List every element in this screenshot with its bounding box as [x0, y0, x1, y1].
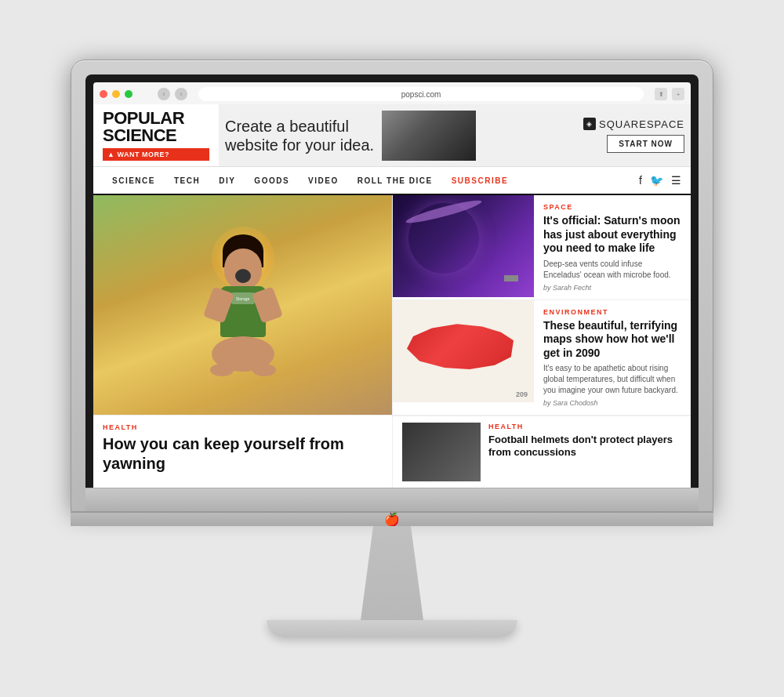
hero-section: Storage: [93, 195, 392, 488]
ad-text: Create a beautifulwebsite for your idea.: [225, 117, 374, 154]
nav-subscribe[interactable]: SUBSCRIBE: [442, 167, 517, 194]
nav-science[interactable]: SCIENCE: [103, 167, 165, 194]
monitor-bottom-bezel: [85, 488, 699, 511]
space-desc: Deep-sea vents could infuse Enceladus' o…: [543, 259, 681, 281]
ad-right: ◈ SQUARESPACE START NOW: [583, 118, 684, 153]
health-bottom-right: HEALTH Football helmets don't protect pl…: [393, 416, 691, 488]
hero-image: Storage: [93, 195, 392, 415]
nav-roll-the-dice[interactable]: ROLL THE DICE: [348, 167, 442, 194]
monitor-chin: 🍎: [71, 512, 713, 526]
health-text: HEALTH Football helmets don't protect pl…: [488, 423, 681, 481]
rss-icon[interactable]: ☰: [671, 174, 681, 187]
right-col: SPACE It's official: Saturn's moon has j…: [392, 195, 691, 488]
squarespace-icon: ◈: [583, 118, 596, 130]
minimize-button-icon[interactable]: [112, 90, 120, 98]
env-article-text: ENVIRONMENT These beautiful, terrifying …: [534, 300, 691, 416]
imac-monitor: ‹ › popsci.com ⬆ + POPULAR SCIENCE: [71, 60, 713, 512]
health-thumb: [402, 423, 481, 481]
screen-bezel: ‹ › popsci.com ⬆ + POPULAR SCIENCE: [85, 74, 699, 488]
main-content: Storage: [93, 195, 691, 488]
stand-base: [267, 620, 517, 637]
hero-health-teaser: HEALTH How you can keep yourself from ya…: [93, 415, 392, 485]
url-text: popsci.com: [401, 90, 441, 99]
env-thumb: 209: [393, 300, 534, 402]
health-title[interactable]: Football helmets don't protect players f…: [488, 434, 681, 459]
ad-image: [382, 111, 476, 161]
space-image: [393, 195, 534, 297]
apple-logo-icon: 🍎: [384, 512, 400, 527]
bottom-left-category: HEALTH: [103, 423, 383, 431]
brand-logo: POPULAR SCIENCE: [103, 110, 209, 144]
nav-diy[interactable]: DIY: [209, 167, 245, 194]
url-bar[interactable]: popsci.com: [198, 87, 644, 101]
forward-icon[interactable]: ›: [175, 88, 187, 100]
stand-neck: [329, 526, 455, 620]
share-icon[interactable]: ⬆: [655, 88, 667, 100]
squarespace-logo: ◈ SQUARESPACE: [583, 118, 684, 130]
nav-bar: SCIENCE TECH DIY GOODS VIDEO ROLL THE DI…: [93, 167, 691, 195]
nav-tech[interactable]: TECH: [165, 167, 209, 194]
want-more-button[interactable]: ▲ WANT MORE?: [103, 148, 209, 161]
nav-goods[interactable]: GOODS: [245, 167, 299, 194]
space-author: by Sarah Fecht: [543, 284, 681, 292]
article-environment: 209 ENVIRONMENT These beautiful, terrify…: [393, 300, 691, 416]
space-title[interactable]: It's official: Saturn's moon has just ab…: [543, 214, 681, 256]
start-now-button[interactable]: START NOW: [607, 135, 684, 153]
new-tab-icon[interactable]: +: [672, 88, 684, 100]
brand-section: POPULAR SCIENCE ▲ WANT MORE?: [93, 104, 219, 166]
browser-chrome: ‹ › popsci.com ⬆ +: [93, 82, 691, 104]
twitter-icon[interactable]: 🐦: [650, 174, 663, 187]
health-category: HEALTH: [488, 423, 681, 430]
ad-banner: Create a beautifulwebsite for your idea.…: [219, 104, 691, 166]
env-title[interactable]: These beautiful, terrifying maps show ho…: [543, 319, 681, 361]
close-button-icon[interactable]: [100, 90, 107, 98]
maximize-button-icon[interactable]: [125, 90, 132, 98]
site-header: POPULAR SCIENCE ▲ WANT MORE? Create a be…: [93, 104, 691, 167]
nav-social: f 🐦 ☰: [639, 174, 681, 187]
nav-video[interactable]: VIDEO: [299, 167, 348, 194]
env-desc: It's easy to be apathetic about rising g…: [543, 363, 681, 396]
space-category: SPACE: [543, 203, 681, 211]
space-article-text: SPACE It's official: Saturn's moon has j…: [534, 195, 691, 299]
bottom-left-title[interactable]: How you can keep yourself from yawning: [103, 434, 383, 474]
env-category: ENVIRONMENT: [543, 308, 681, 316]
browser-content: POPULAR SCIENCE ▲ WANT MORE? Create a be…: [93, 104, 691, 488]
scene: ‹ › popsci.com ⬆ + POPULAR SCIENCE: [39, 60, 745, 637]
back-icon[interactable]: ‹: [158, 88, 170, 100]
article-space: SPACE It's official: Saturn's moon has j…: [393, 195, 691, 300]
env-author: by Sara Chodosh: [543, 399, 681, 407]
facebook-icon[interactable]: f: [639, 174, 642, 187]
space-thumb: [393, 195, 534, 297]
map-image: 209: [393, 300, 534, 402]
